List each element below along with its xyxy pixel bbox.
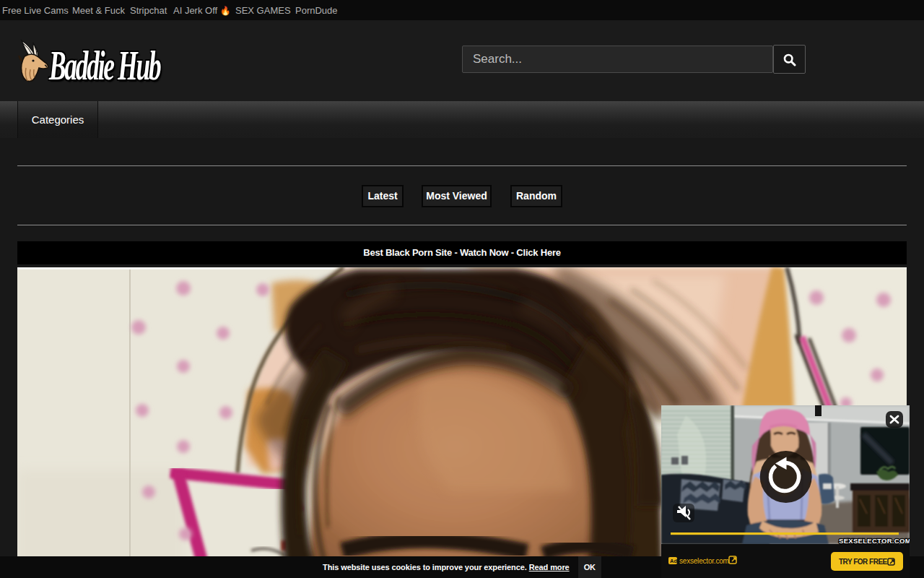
svg-text:SEXSELECTOR.COM: SEXSELECTOR.COM bbox=[839, 537, 910, 545]
svg-text:sexselector.com: sexselector.com bbox=[679, 557, 729, 565]
svg-text:TRY FOR FREE: TRY FOR FREE bbox=[839, 558, 888, 566]
svg-text:Ad: Ad bbox=[670, 558, 677, 564]
